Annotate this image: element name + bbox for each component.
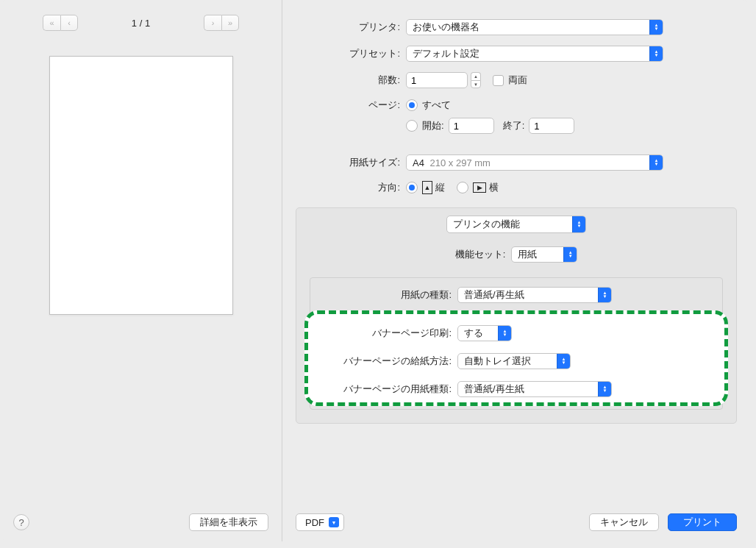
printer-select[interactable]: お使いの機器名 ▲▼ (406, 19, 663, 35)
pages-label: ページ: (296, 99, 406, 112)
printer-label: プリンタ: (296, 21, 406, 34)
copies-input[interactable] (406, 72, 468, 88)
preset-select[interactable]: デフォルト設定 ▲▼ (406, 46, 663, 62)
preview-sheet (49, 56, 233, 315)
feature-set-value: 用紙 (512, 248, 563, 261)
stepper-up-icon[interactable]: ▲ (471, 72, 481, 80)
printer-value: お使いの機器名 (407, 21, 649, 34)
feature-section-value: プリンタの機能 (447, 218, 572, 231)
chevron-updown-icon: ▲▼ (649, 46, 663, 61)
settings-pane: プリンタ: お使いの機器名 ▲▼ プリセット: デフォルト設定 ▲▼ 部数: ▲… (282, 0, 750, 541)
banner-print-label: バナーページ印刷: (310, 327, 457, 340)
next-page-button[interactable]: › (204, 15, 221, 31)
paper-size-value: A4 (413, 157, 424, 168)
duplex-label: 両面 (508, 74, 527, 87)
orientation-landscape-label: 横 (489, 181, 499, 194)
last-page-button[interactable]: » (221, 15, 239, 31)
landscape-icon: ▶ (473, 182, 486, 193)
first-page-button[interactable]: « (43, 15, 60, 31)
pages-to-input[interactable] (529, 118, 574, 134)
stepper-down-icon[interactable]: ▼ (471, 80, 481, 88)
pages-range-radio[interactable] (406, 120, 418, 132)
banner-print-value: する (458, 327, 498, 340)
help-button[interactable]: ? (13, 514, 29, 530)
paper-type-label: 用紙の種類: (310, 288, 457, 302)
preset-label: プリセット: (296, 47, 406, 60)
feature-set-select[interactable]: 用紙 ▲▼ (511, 246, 577, 263)
preview-nav: «‹ 1 / 1 ›» (13, 15, 268, 31)
banner-print-select[interactable]: する ▲▼ (457, 325, 512, 341)
print-button[interactable]: プリント (668, 513, 737, 531)
page-indicator: 1 / 1 (132, 18, 150, 29)
paper-type-value: 普通紙/再生紙 (458, 288, 598, 302)
paper-size-label: 用紙サイズ: (296, 156, 406, 169)
chevron-updown-icon: ▲▼ (598, 382, 611, 396)
cancel-button[interactable]: キャンセル (589, 513, 659, 531)
paper-size-detail: 210 x 297 mm (430, 157, 491, 168)
chevron-updown-icon: ▲▼ (557, 354, 570, 369)
pdf-label: PDF (305, 517, 324, 528)
chevron-updown-icon: ▲▼ (563, 247, 577, 262)
prev-page-button[interactable]: ‹ (60, 15, 78, 31)
banner-type-value: 普通紙/再生紙 (458, 382, 598, 396)
pages-from-label: 開始: (422, 119, 444, 132)
banner-feed-label: バナーページの給紙方法: (310, 355, 457, 368)
preview-pane: «‹ 1 / 1 ›» ? 詳細を非表示 (0, 0, 282, 541)
printer-features-panel: プリンタの機能 ▲▼ 機能セット: 用紙 ▲▼ 用紙の種類: 普通紙/再生紙 ▲… (296, 207, 737, 424)
chevron-updown-icon: ▲▼ (598, 288, 611, 302)
feature-options-box: 用紙の種類: 普通紙/再生紙 ▲▼ バナーページ印刷: する ▲▼ (310, 277, 723, 410)
paper-type-select[interactable]: 普通紙/再生紙 ▲▼ (457, 287, 612, 303)
banner-type-label: バナーページの用紙種類: (310, 382, 457, 396)
chevron-updown-icon: ▲▼ (572, 216, 585, 232)
pages-to-label: 終了: (503, 119, 525, 132)
chevron-updown-icon: ▲▼ (649, 155, 663, 170)
copies-label: 部数: (296, 74, 406, 87)
chevron-updown-icon: ▲▼ (649, 20, 663, 35)
banner-feed-value: 自動トレイ選択 (458, 355, 557, 368)
details-toggle-button[interactable]: 詳細を非表示 (189, 513, 268, 531)
orientation-portrait-label: 縦 (435, 181, 445, 194)
pages-from-input[interactable] (449, 118, 494, 134)
paper-size-select[interactable]: A4 210 x 297 mm ▲▼ (406, 154, 663, 171)
feature-section-select[interactable]: プリンタの機能 ▲▼ (446, 216, 586, 233)
duplex-checkbox[interactable] (493, 75, 504, 86)
chevron-down-icon: ▼ (329, 517, 339, 527)
pages-all-label: すべて (422, 99, 451, 112)
orientation-portrait-radio[interactable] (406, 182, 418, 193)
pages-all-radio[interactable] (406, 99, 418, 111)
banner-feed-select[interactable]: 自動トレイ選択 ▲▼ (457, 353, 571, 369)
banner-type-select[interactable]: 普通紙/再生紙 ▲▼ (457, 381, 612, 397)
preset-value: デフォルト設定 (407, 47, 649, 60)
orientation-label: 方向: (296, 181, 406, 194)
pdf-menu-button[interactable]: PDF ▼ (296, 513, 344, 531)
portrait-icon: ▲ (422, 181, 432, 194)
feature-set-label: 機能セット: (455, 248, 506, 261)
orientation-landscape-radio[interactable] (457, 182, 468, 193)
copies-stepper[interactable]: ▲ ▼ (471, 72, 481, 88)
chevron-updown-icon: ▲▼ (498, 326, 511, 341)
